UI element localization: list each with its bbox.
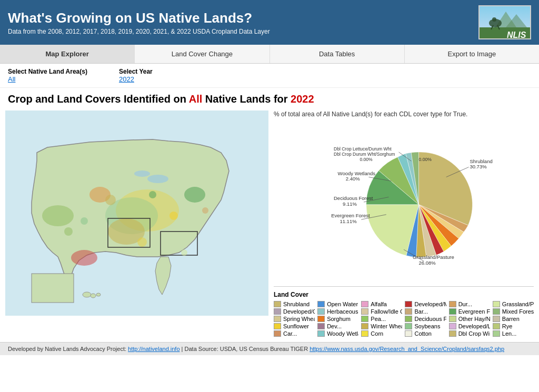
svg-text:30.73%: 30.73% [470, 164, 487, 169]
legend-item: Woody Wetlands [317, 330, 358, 337]
nav-bar: Map Explorer Land Cover Change Data Tabl… [0, 45, 539, 64]
svg-point-11 [134, 170, 150, 177]
legend-color-swatch [361, 316, 368, 322]
legend-label: Evergreen Forest [458, 308, 490, 315]
footer-link1[interactable]: http://nativeland.info [128, 346, 179, 352]
year-value[interactable]: 2022 [119, 75, 134, 83]
legend-label: Shrubland [283, 301, 310, 307]
legend-item: Dev... [317, 323, 358, 329]
legend-item: Dbl Crop WinWht... [449, 330, 490, 337]
svg-text:Grassland/Pasture: Grassland/Pasture [413, 254, 454, 260]
year-label: Select Year [119, 68, 153, 75]
legend-label: Dev... [327, 323, 342, 329]
legend-label: Grassland/Pasture [502, 301, 534, 307]
svg-text:Dbl Crop Durum Wht/Sorghum: Dbl Crop Durum Wht/Sorghum [334, 152, 395, 157]
legend-color-swatch [449, 323, 456, 329]
legend-color-swatch [317, 308, 325, 315]
legend-item: Other Hay/Non Al... [449, 316, 490, 322]
title-year: 2022 [291, 93, 314, 105]
svg-point-32 [181, 249, 187, 256]
legend-label: Car... [283, 330, 297, 337]
legend-label: Developed/Med I... [414, 301, 446, 307]
footer-link2[interactable]: https://www.nass.usda.gov/Research_and_S… [310, 346, 504, 352]
nav-export-to-image[interactable]: Export to Image [405, 45, 539, 63]
legend-label: Cotton [414, 330, 431, 337]
native-land-control: Select Native Land Area(s) All [8, 68, 87, 83]
legend-label: Corn [371, 330, 383, 337]
svg-text:0.00%: 0.00% [360, 157, 373, 162]
svg-point-26 [105, 195, 116, 205]
legend-item: Sunflower [274, 323, 315, 329]
legend-color-swatch [405, 330, 412, 337]
legend-item: Spring Wheat [274, 316, 315, 322]
title-prefix: Crop and Land Covers Identified on [8, 93, 189, 105]
map-area[interactable] [5, 110, 268, 337]
nav-data-tables[interactable]: Data Tables [270, 45, 405, 63]
legend-item: Barren [493, 316, 534, 322]
legend-item: Rye [493, 323, 534, 329]
svg-point-16 [184, 187, 205, 203]
header-title: What's Growing on US Native Lands? Data … [8, 10, 270, 35]
legend-title: Land Cover [274, 291, 534, 298]
legend-item: Len... [493, 330, 534, 337]
svg-text:11.11%: 11.11% [340, 218, 357, 224]
title-middle: Native Lands for [202, 93, 291, 105]
svg-point-23 [91, 294, 96, 298]
legend-item: Developed/Low I... [449, 323, 490, 329]
legend-label: Developed/Low I... [458, 323, 490, 329]
legend-color-swatch [317, 323, 325, 329]
legend-color-swatch [274, 308, 281, 315]
legend-label: Bar... [414, 308, 428, 315]
legend-grid: ShrublandOpen WaterAlfalfaDeveloped/Med … [274, 301, 534, 337]
chart-area: % of total area of All Native Land(s) fo… [274, 110, 534, 337]
svg-point-30 [149, 191, 156, 198]
svg-point-28 [202, 207, 208, 214]
legend-color-swatch [274, 316, 281, 322]
footer-text: Developed by Native Lands Advocacy Proje… [8, 346, 128, 352]
legend-label: Sorghum [327, 316, 351, 322]
subtitle: Data from the 2008, 2012, 2017, 2018, 20… [8, 28, 270, 35]
title-all: All [189, 93, 203, 105]
map-placeholder[interactable] [5, 110, 268, 316]
legend-item: Corn [361, 330, 402, 337]
legend-color-swatch [405, 301, 412, 307]
legend-color-swatch [317, 316, 325, 322]
legend-label: Deciduous Forest [414, 316, 446, 322]
svg-point-10 [147, 175, 168, 183]
legend-label: Spring Wheat [283, 316, 315, 322]
legend-color-swatch [361, 330, 368, 337]
legend-item: Deciduous Forest [405, 316, 446, 322]
legend-color-swatch [493, 308, 500, 315]
svg-text:Woody Wetlands: Woody Wetlands [338, 170, 376, 176]
legend-item: Developed/Med I... [405, 301, 446, 307]
map-svg[interactable] [5, 110, 268, 316]
nav-map-explorer[interactable]: Map Explorer [0, 45, 135, 63]
header: What's Growing on US Native Lands? Data … [0, 0, 539, 45]
svg-point-27 [81, 217, 88, 225]
legend-label: Other Hay/Non Al... [458, 316, 490, 322]
chart-title: % of total area of All Native Land(s) fo… [274, 110, 534, 118]
legend-item: Herbaceous Wetl... [317, 308, 358, 315]
footer-middle-text: | Data Source: USDA, US Census Bureau TI… [180, 346, 310, 352]
legend-color-swatch [493, 323, 500, 329]
legend-label: Dbl Crop WinWht... [458, 330, 490, 337]
legend-item: Open Water [317, 301, 358, 307]
svg-point-29 [137, 237, 147, 247]
page-title: Crop and Land Covers Identified on All N… [0, 88, 539, 108]
legend-label: Herbaceous Wetl... [327, 308, 358, 315]
legend-label: Mixed Forest [502, 308, 534, 315]
nav-land-cover-change[interactable]: Land Cover Change [135, 45, 270, 63]
svg-point-17 [42, 205, 74, 226]
legend-item: Sorghum [317, 316, 358, 322]
legend-item: Soybeans [405, 323, 446, 329]
legend-color-swatch [361, 308, 368, 315]
legend-color-swatch [405, 308, 412, 315]
legend-label: Developed/Open ... [283, 308, 315, 315]
legend-section: Land Cover ShrublandOpen WaterAlfalfaDev… [274, 286, 534, 337]
svg-point-15 [71, 250, 97, 266]
legend-label: Open Water [327, 301, 358, 307]
legend-color-swatch [274, 330, 281, 337]
native-land-value[interactable]: All [8, 75, 15, 83]
legend-color-swatch [449, 308, 456, 315]
svg-text:2.40%: 2.40% [346, 176, 360, 182]
